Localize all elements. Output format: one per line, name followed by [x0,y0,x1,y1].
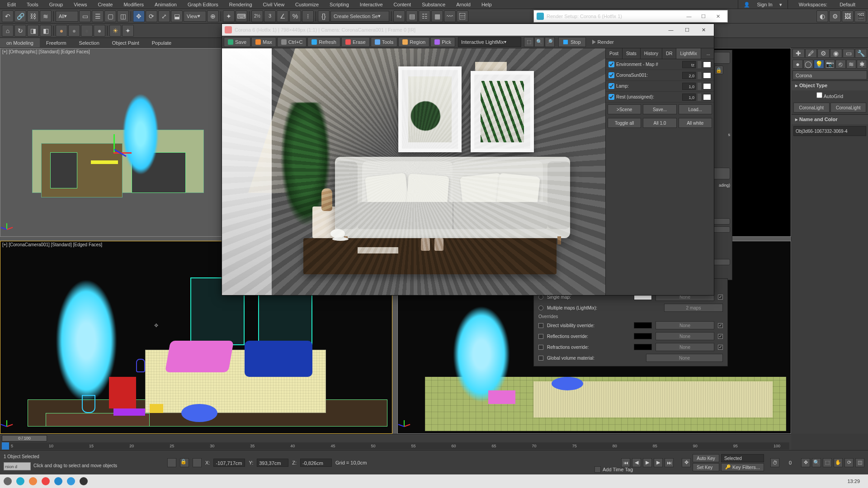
menu-interactive[interactable]: Interactive [354,0,388,9]
y-field[interactable]: 393,37cm [257,459,288,467]
helpers-icon[interactable]: ⎋ [835,60,846,69]
goto-end-icon[interactable]: ⏭ [665,458,674,467]
light-icon[interactable]: ✦ [122,25,134,37]
keyboard-shortcut-icon[interactable]: ⌨ [236,10,247,22]
taskbar-clock[interactable]: 13:29 [843,479,864,484]
select-rotate-icon[interactable]: ⟳ [146,10,157,22]
menu-substance[interactable]: Substance [416,0,451,9]
menu-modifiers[interactable]: Modifiers [118,0,149,9]
home-icon[interactable]: ⌂ [2,25,14,37]
enable-checkbox[interactable] [718,345,723,350]
vfb-region-button[interactable]: Region [398,37,429,47]
menu-group[interactable]: Group [44,0,69,9]
lightmix-all1-button[interactable]: All 1.0 [643,118,676,128]
modify-tab-icon[interactable]: 🖉 [805,49,817,58]
render-setup-window[interactable]: Render Setup: Corona 6 (Hotfix 1) — ☐ ✕ [533,10,728,23]
maximize-viewport-icon[interactable]: ◫ [855,458,864,467]
isolate-icon[interactable] [167,458,176,467]
lightmix-allwhite-button[interactable]: All white [679,118,712,128]
spinner-icon[interactable] [698,83,701,90]
menu-scripting[interactable]: Scripting [324,0,354,9]
select-move-icon[interactable]: ✥ [133,10,145,22]
ref-coord-dropdown[interactable]: View ▾ [184,11,206,22]
spinner-icon[interactable] [698,61,701,68]
setkey-button[interactable]: Set Key [693,463,719,471]
use-pivot-icon[interactable]: ⊕ [207,10,219,22]
coronalight-button-2[interactable]: CoronaLight [830,103,867,113]
render-frame-icon[interactable]: 🖼 [842,10,854,22]
color-swatch[interactable] [703,72,711,79]
pan-icon[interactable]: ✋ [834,458,843,467]
select-by-name-icon[interactable]: ☰ [92,10,104,22]
viewport-nav-icon[interactable]: ✥ [801,458,810,467]
geometry-icon[interactable]: ● [793,60,803,69]
selection-set-dropdown[interactable]: Create Selection Se ▾ [330,11,389,22]
multi-maps-button[interactable]: 2 maps [664,304,723,312]
viewport-label[interactable]: [+] [Orthographic] [Standard] [Edged Fac… [2,49,90,54]
refl-override-checkbox[interactable] [538,334,543,339]
next-frame-icon[interactable]: ▶ [654,458,663,467]
global-volume-checkbox[interactable] [538,356,543,361]
minimize-icon[interactable]: — [682,12,696,20]
key-target-dropdown[interactable]: Selected [721,454,764,462]
color-swatch[interactable] [703,94,711,100]
taskbar-app-icon[interactable] [16,477,24,485]
select-place-icon[interactable]: ⬓ [171,10,183,22]
radio-multi-maps[interactable] [538,305,543,310]
vfb-tab-history[interactable]: History [641,48,662,59]
color-swatch[interactable] [634,322,652,328]
sphere-1-icon[interactable]: ● [56,25,67,37]
prev-frame-icon[interactable]: ◀ [632,458,641,467]
lightmix-enable-checkbox[interactable] [609,94,614,100]
lock-icon[interactable]: 🔒 [714,66,723,75]
signin-button[interactable]: 👤 Sign In ▾ [738,0,787,9]
lightmix-value-input[interactable]: tz [682,61,696,68]
zoom-in-icon[interactable]: 🔍 [534,37,544,47]
selection-filter-dropdown[interactable]: All ▾ [56,11,78,22]
lightmix-value-input[interactable]: 1,0 [682,94,696,101]
menu-rendering[interactable]: Rendering [224,0,258,9]
vfb-tabs-more-icon[interactable]: ... [703,48,714,59]
keyfilters-button[interactable]: 🔑 Key Filters... [721,463,764,471]
taskbar-app-icon[interactable] [67,477,75,485]
lightmix-toggleall-button[interactable]: Toggle all [608,118,641,128]
goto-start-icon[interactable]: ⏮ [621,458,630,467]
align-icon[interactable]: ▤ [406,10,418,22]
sphere-4-icon[interactable]: ● [94,25,105,37]
menu-civilview[interactable]: Civil View [258,0,290,9]
menu-grapheditors[interactable]: Graph Editors [182,0,224,9]
coronalight-button[interactable]: CoronaLight [793,103,830,113]
menu-edit[interactable]: Edit [2,0,21,9]
menu-create[interactable]: Create [92,0,118,9]
cameras-icon[interactable]: 📷 [825,60,835,69]
lightmix-save-button[interactable]: Save... [643,104,676,114]
zoom-icon[interactable]: 🔍 [812,458,821,467]
lightmix-value-input[interactable]: 2,0 [682,72,696,79]
menu-arnold[interactable]: Arnold [451,0,476,9]
snap-2d-icon[interactable]: 2½ [251,10,263,22]
category-dropdown[interactable]: Corona [793,70,867,80]
menu-views[interactable]: Views [68,0,92,9]
vfb-tab-post[interactable]: Post [606,48,623,59]
lightmix-enable-checkbox[interactable] [609,83,614,89]
ribbon-tab-selection[interactable]: Selection [73,38,106,47]
shapes-icon[interactable]: ◯ [803,60,814,69]
bind-icon[interactable]: ≋ [40,10,52,22]
object-type-rollout[interactable]: Object Type [792,80,868,90]
render-setup-icon[interactable]: ⚙ [829,10,841,22]
hierarchy-tab-icon[interactable]: ⚙ [817,49,830,58]
vfb-save-button[interactable]: Save [224,37,250,47]
absolute-mode-icon[interactable] [193,458,202,467]
utilities-tab-icon[interactable]: 🔧 [855,49,867,58]
taskbar-app-icon[interactable] [54,477,62,485]
direct-override-checkbox[interactable] [538,323,543,328]
motion-tab-icon[interactable]: ◉ [830,49,842,58]
display-tab-icon[interactable]: ▭ [843,49,855,58]
spinner-icon[interactable] [698,94,701,101]
map-none-button[interactable]: None [656,321,714,329]
vfb-tab-lightmix[interactable]: LightMix [676,48,701,59]
refr-override-checkbox[interactable] [538,345,543,350]
sphere-2-icon[interactable]: ● [68,25,80,37]
vfb-copy-button[interactable]: Ctrl+C [277,37,307,47]
color-swatch[interactable] [703,83,711,89]
